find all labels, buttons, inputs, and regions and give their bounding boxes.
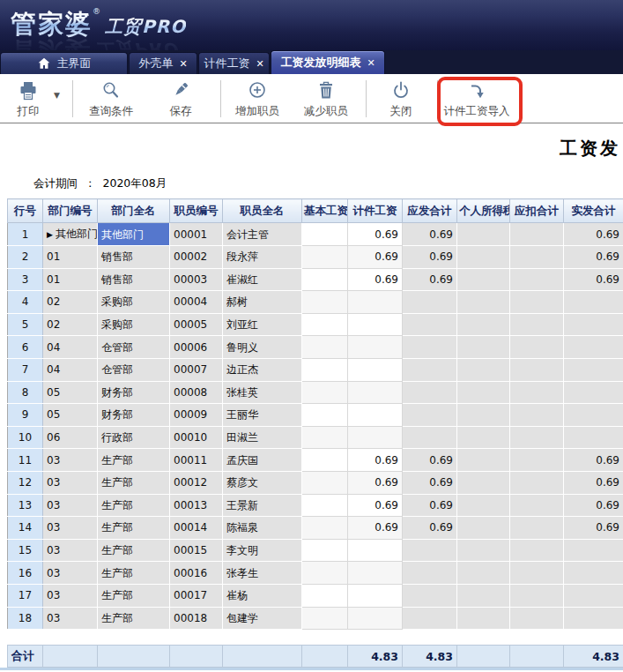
- cell[interactable]: 0.69: [564, 471, 623, 494]
- cell[interactable]: [564, 584, 623, 607]
- cell[interactable]: [348, 404, 403, 427]
- row-number-cell[interactable]: 15: [8, 539, 43, 562]
- cell[interactable]: [302, 291, 348, 314]
- cell[interactable]: [403, 404, 457, 427]
- cell[interactable]: 鲁明义: [223, 336, 302, 359]
- cell[interactable]: 00013: [170, 494, 223, 517]
- cell[interactable]: 孟庆国: [223, 449, 302, 472]
- cell[interactable]: [457, 562, 510, 585]
- cell[interactable]: [348, 607, 403, 630]
- cell[interactable]: 00014: [170, 517, 223, 540]
- cell[interactable]: [564, 426, 623, 449]
- cell[interactable]: 0.69: [564, 494, 623, 517]
- row-number-cell[interactable]: 1: [8, 223, 43, 246]
- cell[interactable]: 其他部门: [98, 223, 170, 246]
- cell[interactable]: [510, 223, 564, 246]
- cell[interactable]: 生产部: [98, 539, 170, 562]
- cell[interactable]: 00012: [170, 471, 223, 494]
- cell[interactable]: 03: [43, 584, 98, 607]
- cell[interactable]: 05: [43, 381, 98, 404]
- row-number-cell[interactable]: 11: [8, 449, 43, 472]
- cell[interactable]: 会计主管: [223, 223, 302, 246]
- cell[interactable]: 02: [43, 313, 98, 336]
- cell[interactable]: 段永萍: [223, 246, 302, 269]
- print-button[interactable]: 打印: [7, 79, 49, 119]
- cell[interactable]: 00006: [170, 336, 223, 359]
- cell[interactable]: [302, 607, 348, 630]
- cell[interactable]: [302, 313, 348, 336]
- cell[interactable]: [457, 607, 510, 630]
- cell[interactable]: 00004: [170, 291, 223, 314]
- cell[interactable]: 张桂英: [223, 381, 302, 404]
- cell[interactable]: 0.69: [403, 223, 457, 246]
- cell[interactable]: 0.69: [348, 246, 403, 269]
- cell[interactable]: 0.69: [348, 223, 403, 246]
- row-number-cell[interactable]: 2: [8, 246, 43, 269]
- cell[interactable]: [403, 336, 457, 359]
- cell[interactable]: 00017: [170, 584, 223, 607]
- cell[interactable]: [564, 539, 623, 562]
- cell[interactable]: [348, 336, 403, 359]
- cell[interactable]: 生产部: [98, 449, 170, 472]
- cell[interactable]: 00001: [170, 223, 223, 246]
- cell[interactable]: [457, 291, 510, 314]
- cell[interactable]: [302, 449, 348, 472]
- cell[interactable]: [564, 291, 623, 314]
- cell[interactable]: 刘亚红: [223, 313, 302, 336]
- cell[interactable]: [302, 517, 348, 540]
- row-number-cell[interactable]: 5: [8, 313, 43, 336]
- cell[interactable]: 03: [43, 449, 98, 472]
- cell[interactable]: 04: [43, 358, 98, 381]
- row-number-cell[interactable]: 7: [8, 358, 43, 381]
- cell[interactable]: 生产部: [98, 607, 170, 630]
- cell[interactable]: [302, 539, 348, 562]
- cell[interactable]: [403, 607, 457, 630]
- add-employee-button[interactable]: 增加职员: [231, 79, 284, 119]
- cell[interactable]: 0.69: [403, 517, 457, 540]
- cell[interactable]: 01: [43, 246, 98, 269]
- cell[interactable]: 销售部: [98, 268, 170, 291]
- cell[interactable]: 0.69: [403, 471, 457, 494]
- cell[interactable]: 00015: [170, 539, 223, 562]
- row-number-cell[interactable]: 8: [8, 381, 43, 404]
- row-number-cell[interactable]: 16: [8, 562, 43, 585]
- cell[interactable]: 00009: [170, 404, 223, 427]
- cell[interactable]: 0.69: [403, 246, 457, 269]
- cell[interactable]: [564, 562, 623, 585]
- cell[interactable]: 0.69: [403, 494, 457, 517]
- cell[interactable]: [457, 268, 510, 291]
- cell[interactable]: 生产部: [98, 471, 170, 494]
- close-icon[interactable]: ✕: [179, 59, 187, 69]
- cell[interactable]: 0.69: [564, 449, 623, 472]
- cell[interactable]: [403, 584, 457, 607]
- row-number-cell[interactable]: 12: [8, 471, 43, 494]
- cell[interactable]: 02: [43, 291, 98, 314]
- row-number-cell[interactable]: 14: [8, 517, 43, 540]
- query-conditions-button[interactable]: 查询条件: [84, 79, 138, 119]
- cell[interactable]: [564, 358, 623, 381]
- tab-salary-detail-report[interactable]: 工资发放明细表 ✕: [271, 50, 385, 74]
- cell[interactable]: 0.69: [348, 449, 403, 472]
- cell[interactable]: 仓管部: [98, 336, 170, 359]
- cell[interactable]: 05: [43, 404, 98, 427]
- cell[interactable]: 0.69: [564, 517, 623, 540]
- cell[interactable]: [403, 562, 457, 585]
- cell[interactable]: [348, 313, 403, 336]
- cell[interactable]: 00011: [170, 449, 223, 472]
- cell[interactable]: 01: [43, 268, 98, 291]
- cell[interactable]: [457, 336, 510, 359]
- cell[interactable]: [302, 358, 348, 381]
- cell[interactable]: 陈福泉: [223, 517, 302, 540]
- cell[interactable]: 王景新: [223, 494, 302, 517]
- cell[interactable]: [302, 381, 348, 404]
- cell[interactable]: [302, 223, 348, 246]
- cell[interactable]: [510, 246, 564, 269]
- cell[interactable]: 00016: [170, 562, 223, 585]
- cell[interactable]: 生产部: [98, 494, 170, 517]
- cell[interactable]: [510, 562, 564, 585]
- cell[interactable]: [348, 562, 403, 585]
- cell[interactable]: 销售部: [98, 246, 170, 269]
- cell[interactable]: [510, 291, 564, 314]
- cell[interactable]: [564, 336, 623, 359]
- cell[interactable]: [403, 539, 457, 562]
